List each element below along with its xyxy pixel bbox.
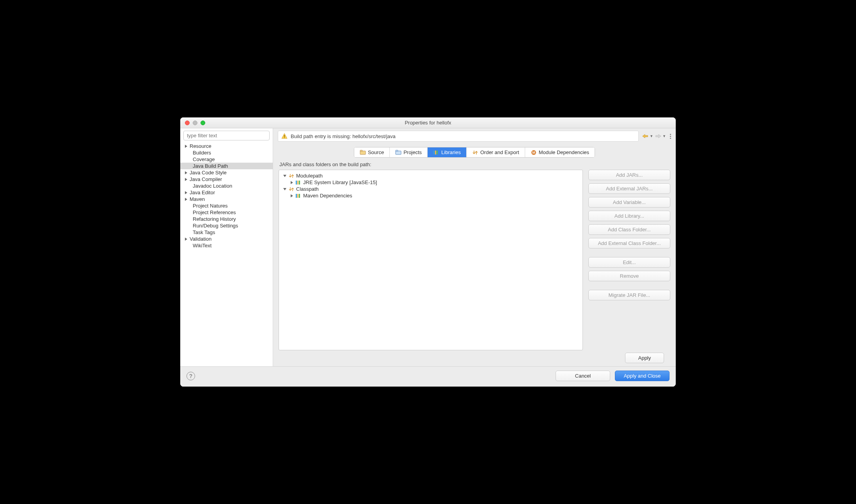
cancel-button[interactable]: Cancel	[556, 371, 610, 381]
apply-button[interactable]: Apply	[625, 353, 664, 363]
warning-message: Build path entry is missing: hellofx/src…	[278, 131, 639, 142]
tab-libraries[interactable]: Libraries	[428, 147, 467, 157]
sidebar-item-wikitext[interactable]: WikiText	[180, 242, 273, 249]
filter-input[interactable]	[183, 131, 270, 140]
tab-order-and-export[interactable]: Order and Export	[467, 147, 525, 157]
sidebar-item-label: Project Natures	[189, 203, 228, 209]
library-item-label: JRE System Library [JavaSE-15]	[303, 179, 377, 185]
sidebar-item-refactoring-history[interactable]: Refactoring History	[180, 216, 273, 222]
disclosure-icon	[184, 151, 188, 155]
sidebar-item-maven[interactable]: Maven	[180, 196, 273, 202]
view-menu-button[interactable]	[670, 134, 671, 139]
disclosure-icon	[184, 204, 188, 208]
sidebar-item-java-compiler[interactable]: Java Compiler	[180, 176, 273, 183]
svg-rect-11	[296, 181, 297, 185]
sidebar-item-resource[interactable]: Resource	[180, 143, 273, 149]
libraries-tree[interactable]: ModulepathJRE System Library [JavaSE-15]…	[279, 170, 583, 350]
disclosure-icon	[184, 244, 188, 248]
svg-text:M: M	[532, 151, 535, 154]
tab-label: Order and Export	[480, 149, 519, 155]
sidebar-item-label: Java Build Path	[189, 163, 228, 169]
disclosure-icon	[184, 177, 188, 181]
add-jars-button[interactable]: Add JARs...	[588, 170, 670, 180]
sidebar-item-validation[interactable]: Validation	[180, 236, 273, 242]
category-tree: ResourceBuildersCoverageJava Build PathJ…	[180, 142, 273, 366]
message-text: Build path entry is missing: hellofx/src…	[291, 133, 396, 139]
disclosure-icon	[184, 231, 188, 234]
library-item-label: Classpath	[296, 186, 319, 192]
library-item-label: Maven Dependencies	[303, 193, 352, 199]
disclosure-icon	[184, 171, 188, 175]
libraries-content: JARs and class folders on the build path…	[279, 159, 670, 363]
sidebar-item-label: Java Editor	[189, 190, 215, 195]
svg-rect-13	[299, 181, 300, 185]
sidebar-item-java-code-style[interactable]: Java Code Style	[180, 169, 273, 176]
disclosure-icon	[290, 181, 294, 185]
tab-projects[interactable]: Projects	[390, 147, 428, 157]
disclosure-icon	[184, 237, 188, 241]
library-item-label: Modulepath	[296, 173, 323, 179]
back-button[interactable]: ▼	[642, 133, 653, 139]
window-title: Properties for hellofx	[180, 120, 676, 126]
tab-label: Source	[368, 149, 384, 155]
sidebar-item-java-editor[interactable]: Java Editor	[180, 189, 273, 196]
footer: ? Cancel Apply and Close	[180, 366, 676, 387]
migrate-jar-button[interactable]: Migrate JAR File...	[588, 290, 670, 300]
tabbar: SourceProjectsLibrariesOrder and ExportM…	[273, 147, 676, 158]
tab-label: Module Dependencies	[539, 149, 589, 155]
sidebar-item-label: Refactoring History	[189, 216, 236, 222]
disclosure-icon	[184, 197, 188, 201]
sidebar-item-label: Task Tags	[189, 229, 215, 235]
sidebar-item-label: Resource	[189, 143, 211, 149]
sidebar-item-coverage[interactable]: Coverage	[180, 156, 273, 163]
svg-rect-15	[297, 194, 298, 198]
disclosure-icon	[283, 187, 287, 191]
svg-rect-8	[437, 151, 438, 154]
tab-label: Projects	[403, 149, 422, 155]
svg-rect-7	[435, 151, 436, 154]
help-button[interactable]: ?	[186, 372, 195, 380]
library-tree-item[interactable]: Modulepath	[281, 172, 581, 179]
remove-button[interactable]: Remove	[588, 271, 670, 281]
add-external-class-folder-button[interactable]: Add External Class Folder...	[588, 238, 670, 248]
sidebar-item-task-tags[interactable]: Task Tags	[180, 229, 273, 236]
sidebar-item-label: Builders	[189, 150, 211, 156]
library-tree-item[interactable]: JRE System Library [JavaSE-15]	[281, 179, 581, 186]
library-tree-item[interactable]: Maven Dependencies	[281, 192, 581, 199]
libraries-heading: JARs and class folders on the build path…	[279, 161, 670, 167]
sidebar-item-project-natures[interactable]: Project Natures	[180, 202, 273, 209]
warning-icon	[281, 133, 288, 139]
sidebar-item-javadoc-location[interactable]: Javadoc Location	[180, 183, 273, 189]
sidebar-item-java-build-path[interactable]: Java Build Path	[180, 163, 273, 169]
svg-rect-0	[284, 135, 285, 137]
add-external-jars-button[interactable]: Add External JARs...	[588, 183, 670, 194]
message-bar: Build path entry is missing: hellofx/src…	[278, 131, 671, 142]
edit-button[interactable]: Edit...	[588, 257, 670, 268]
category-sidebar: ResourceBuildersCoverageJava Build PathJ…	[180, 128, 273, 366]
sidebar-item-run-debug-settings[interactable]: Run/Debug Settings	[180, 222, 273, 229]
forward-button[interactable]: ▼	[655, 133, 666, 139]
svg-rect-3	[360, 150, 362, 151]
sidebar-item-label: Maven	[189, 196, 205, 202]
add-class-folder-button[interactable]: Add Class Folder...	[588, 224, 670, 235]
apply-and-close-button[interactable]: Apply and Close	[615, 371, 670, 381]
disclosure-icon	[184, 191, 188, 195]
titlebar: Properties for hellofx	[180, 117, 676, 128]
tab-module-dependencies[interactable]: MModule Dependencies	[525, 147, 595, 157]
add-variable-button[interactable]: Add Variable...	[588, 197, 670, 208]
svg-rect-6	[433, 151, 435, 154]
tab-source[interactable]: Source	[354, 147, 390, 157]
sidebar-item-label: WikiText	[189, 243, 211, 248]
properties-dialog: Properties for hellofx ResourceBuildersC…	[180, 117, 676, 387]
sidebar-item-label: Java Compiler	[189, 176, 222, 182]
sidebar-item-label: Coverage	[189, 156, 215, 162]
disclosure-icon	[184, 164, 188, 168]
svg-rect-12	[297, 181, 298, 185]
sidebar-item-builders[interactable]: Builders	[180, 149, 273, 156]
add-library-button[interactable]: Add Library...	[588, 211, 670, 221]
tab-label: Libraries	[441, 149, 461, 155]
sidebar-item-label: Java Code Style	[189, 170, 227, 176]
sidebar-item-project-references[interactable]: Project References	[180, 209, 273, 216]
main-panel: Build path entry is missing: hellofx/src…	[273, 128, 676, 366]
library-tree-item[interactable]: Classpath	[281, 186, 581, 192]
